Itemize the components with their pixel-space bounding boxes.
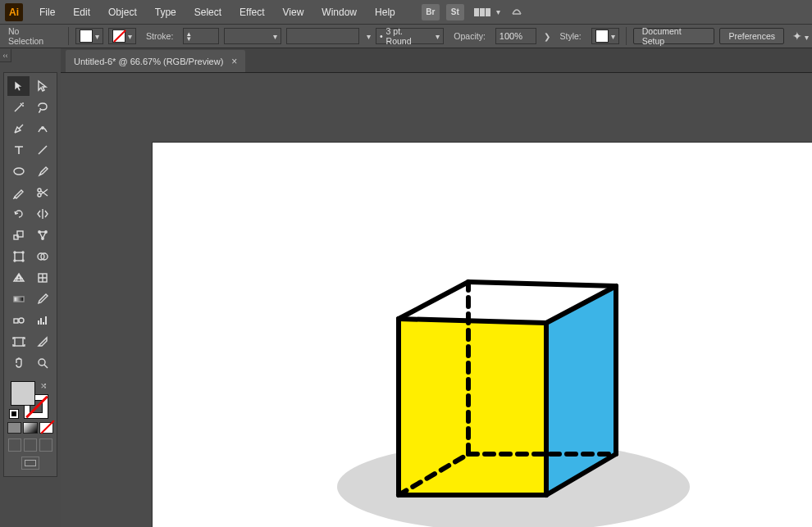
brush-bullet: • [380, 31, 383, 41]
free-transform-tool[interactable] [7, 247, 30, 266]
panel-collapse-toggle[interactable]: ‹‹ [0, 49, 11, 62]
variable-width-profile[interactable]: ▾ [224, 28, 281, 44]
artboard-tool[interactable] [7, 332, 30, 352]
gpu-preview-icon[interactable] [510, 4, 523, 20]
svg-point-12 [14, 260, 16, 261]
control-bar: No Selection ▾ ▾ Stroke: ▴▾ ▾ ▾ • 3 pt. … [0, 24, 812, 48]
document-tab[interactable]: Untitled-6* @ 66.67% (RGB/Preview) × [66, 50, 245, 72]
menu-object[interactable]: Object [100, 2, 145, 23]
style-swatch [595, 30, 609, 43]
gradient-tool[interactable] [7, 289, 30, 309]
app-menubar: Ai File Edit Object Type Select Effect V… [0, 0, 812, 24]
pencil-tool[interactable] [7, 183, 30, 202]
align-flyout-icon[interactable]: ✦▾ [792, 30, 809, 43]
svg-point-2 [38, 189, 41, 192]
svg-point-10 [14, 252, 16, 253]
selection-status: No Selection [3, 26, 62, 46]
chevron-down-icon: ▾ [436, 32, 440, 41]
stroke-swatch-picker[interactable]: ▾ [108, 28, 136, 44]
selection-tool[interactable] [7, 76, 30, 96]
svg-rect-9 [15, 252, 23, 261]
rotate-tool[interactable] [7, 204, 30, 224]
draw-modes [7, 438, 53, 452]
scissors-tool[interactable] [31, 183, 53, 202]
pen-tool[interactable] [7, 119, 30, 139]
preferences-button[interactable]: Preferences [719, 28, 784, 44]
mesh-tool[interactable] [31, 268, 53, 288]
menu-type[interactable]: Type [147, 2, 185, 23]
magic-wand-tool[interactable] [7, 98, 30, 117]
hand-tool[interactable] [7, 353, 30, 373]
menu-edit[interactable]: Edit [65, 2, 98, 23]
close-tab-icon[interactable]: × [231, 56, 237, 67]
stroke-label: Stroke: [141, 31, 178, 41]
lasso-tool[interactable] [31, 98, 53, 117]
svg-point-11 [22, 252, 24, 253]
menu-select[interactable]: Select [186, 2, 230, 23]
svg-point-1 [14, 168, 24, 175]
svg-point-19 [19, 318, 24, 323]
paintbrush-tool[interactable] [31, 161, 53, 181]
menu-view[interactable]: View [275, 2, 312, 23]
menu-effect[interactable]: Effect [231, 2, 272, 23]
brush-definition[interactable] [286, 28, 359, 44]
direct-selection-tool[interactable] [31, 76, 53, 96]
slice-tool[interactable] [31, 332, 53, 352]
ellipse-tool[interactable] [7, 161, 30, 181]
eyedropper-tool[interactable] [31, 289, 53, 309]
fill-color-box[interactable] [11, 381, 35, 406]
arrange-documents-icon [474, 8, 490, 16]
arrange-documents[interactable]: ▾ [474, 7, 500, 16]
line-segment-tool[interactable] [31, 140, 53, 160]
document-tab-title: Untitled-6* @ 66.67% (RGB/Preview) [74, 57, 223, 66]
graphic-style-picker[interactable]: ▾ [591, 28, 619, 44]
style-label: Style: [555, 31, 586, 41]
brush-profile-label: 3 pt. Round [386, 26, 431, 46]
column-graph-tool[interactable] [31, 311, 53, 330]
menu-window[interactable]: Window [313, 2, 365, 23]
shape-builder-tool[interactable] [31, 247, 53, 266]
stroke-weight-field[interactable]: ▴▾ [183, 28, 219, 44]
curvature-tool[interactable] [31, 119, 53, 139]
svg-point-0 [41, 127, 43, 129]
artwork [153, 143, 812, 527]
blend-tool[interactable] [7, 311, 30, 330]
scale-tool[interactable] [7, 225, 30, 245]
fill-swatch-picker[interactable]: ▾ [75, 28, 103, 44]
bridge-button[interactable]: Br [422, 4, 440, 20]
perspective-grid-tool[interactable] [7, 268, 30, 288]
fill-stroke-indicator[interactable]: ⤭ [7, 379, 53, 420]
brush-profile-select[interactable]: • 3 pt. Round ▾ [376, 28, 444, 44]
zoom-tool[interactable] [31, 353, 53, 373]
document-setup-button[interactable]: Document Setup [633, 28, 715, 44]
canvas-stage[interactable] [61, 73, 812, 527]
draw-normal[interactable] [8, 438, 21, 452]
opacity-flyout-icon[interactable]: ❯ [544, 32, 550, 41]
color-mode-gradient[interactable] [23, 422, 37, 434]
stock-button[interactable]: St [446, 4, 464, 20]
color-mode-none[interactable] [39, 422, 53, 434]
swap-fill-stroke-icon[interactable]: ⤭ [40, 381, 47, 390]
svg-point-21 [39, 359, 45, 366]
draw-behind[interactable] [24, 438, 37, 452]
menu-file[interactable]: File [31, 2, 63, 23]
chevron-down-icon: ▾ [95, 32, 99, 41]
color-mode-solid[interactable] [7, 422, 21, 434]
artboard[interactable] [153, 143, 812, 527]
svg-rect-17 [14, 297, 24, 302]
menu-help[interactable]: Help [367, 2, 404, 23]
screen-mode[interactable] [7, 457, 53, 470]
default-fill-stroke-icon[interactable] [9, 409, 19, 419]
puppet-warp-tool[interactable] [31, 225, 53, 245]
svg-point-13 [22, 260, 24, 261]
opacity-label: Opacity: [449, 31, 490, 41]
color-mode-row [7, 422, 53, 434]
draw-inside[interactable] [39, 438, 52, 452]
opacity-field[interactable]: 100% [495, 28, 536, 44]
stroke-swatch-none [112, 30, 125, 43]
chevron-down-icon: ▾ [496, 7, 500, 16]
type-tool[interactable] [7, 140, 30, 160]
svg-point-3 [38, 193, 41, 197]
svg-rect-18 [14, 319, 18, 323]
reflect-tool[interactable] [31, 204, 53, 224]
